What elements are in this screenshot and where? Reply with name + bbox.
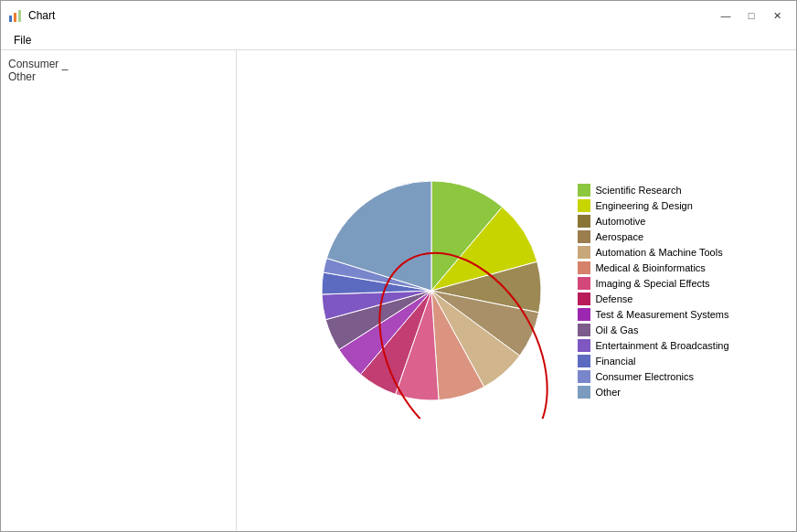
svg-rect-1 [14,13,16,22]
legend-swatch [578,230,590,243]
main-content: Label Quantity 1 Scientific R... 21 2 En… [1,50,796,531]
bottom-info: Consumer _ Other [1,50,237,531]
legend-swatch [578,355,590,367]
window-controls: — □ ✕ [714,6,789,25]
legend-label: Scientific Research [595,185,681,196]
legend-item: Engineering & Design [578,199,728,212]
legend-swatch [578,386,590,399]
main-window: Chart — □ ✕ File Label Quantity [0,0,797,532]
legend-item: Defense [578,293,728,305]
legend-swatch [578,215,590,228]
window-title: Chart [28,9,55,22]
legend-label: Defense [595,293,632,304]
left-panel: Label Quantity 1 Scientific R... 21 2 En… [1,50,237,531]
svg-rect-0 [9,16,12,22]
chart-area: Scientific Research Engineering & Design… [237,50,796,531]
legend-item: Automotive [578,215,728,228]
legend-label: Aerospace [595,231,643,242]
legend-label: Automation & Machine Tools [595,247,722,258]
legend-swatch [578,246,590,259]
svg-rect-2 [18,10,21,22]
maximize-button[interactable]: □ [739,6,763,25]
legend-label: Other [595,387,621,398]
legend-item: Automation & Machine Tools [578,246,728,259]
title-bar: Chart — □ ✕ [1,1,796,30]
consumer-label: Consumer _ [8,58,228,70]
legend-swatch [578,339,590,352]
menu-bar: File [1,30,796,50]
legend-label: Financial [595,356,635,367]
other-label: Other [8,70,228,83]
legend-item: Imaging & Special Effects [578,277,728,290]
legend-label: Test & Measurement Systems [595,309,728,320]
right-panel: Scientific Research Engineering & Design… [237,50,796,531]
legend-item: Oil & Gas [578,324,728,336]
legend-label: Medical & Bioinformatics [595,262,705,273]
legend-item: Test & Measurement Systems [578,308,728,321]
legend-swatch [578,324,590,336]
chart-icon [8,8,23,23]
title-bar-left: Chart [8,8,55,23]
legend-swatch [578,184,590,197]
legend-swatch [578,293,590,305]
legend-label: Oil & Gas [595,325,638,335]
pie-chart-container [303,163,559,419]
legend-swatch [578,277,590,290]
legend-label: Imaging & Special Effects [595,278,709,289]
legend-swatch [578,199,590,212]
legend-label: Consumer Electronics [595,371,694,382]
legend-item: Entertainment & Broadcasting [578,339,728,352]
legend-swatch [578,261,590,274]
legend-item: Aerospace [578,230,728,243]
legend-item: Other [578,386,728,399]
legend-item: Consumer Electronics [578,370,728,383]
pie-chart [303,163,559,419]
legend-label: Entertainment & Broadcasting [595,340,728,351]
legend-item: Financial [578,355,728,367]
legend-item: Medical & Bioinformatics [578,261,728,274]
file-menu[interactable]: File [8,32,37,48]
legend-label: Automotive [595,216,645,227]
legend-item: Scientific Research [578,184,728,197]
legend-swatch [578,370,590,383]
minimize-button[interactable]: — [714,6,738,25]
legend-swatch [578,308,590,321]
chart-legend: Scientific Research Engineering & Design… [578,184,728,399]
close-button[interactable]: ✕ [765,6,789,25]
legend-label: Engineering & Design [595,200,692,211]
